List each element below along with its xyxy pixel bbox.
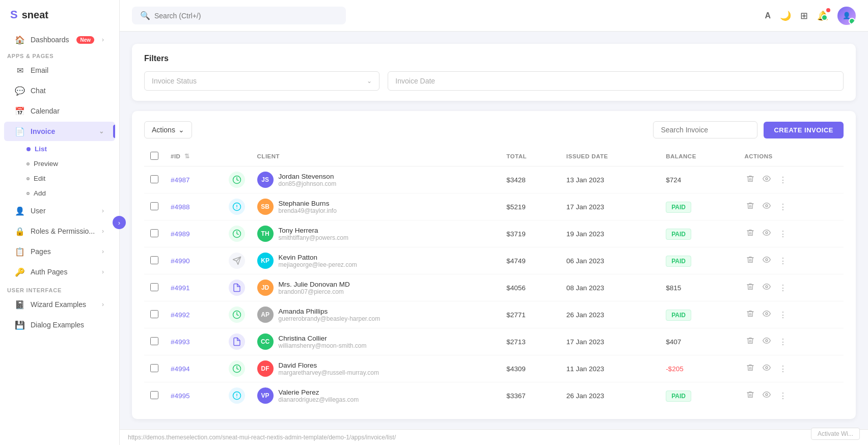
row-checkbox[interactable] xyxy=(150,175,158,183)
search-invoice-input[interactable] xyxy=(653,121,757,138)
view-button[interactable] xyxy=(761,363,773,375)
avatar[interactable]: 👤 xyxy=(837,7,856,25)
sidebar-item-roles[interactable]: 🔒 Roles & Permissio... › xyxy=(4,221,115,241)
view-button[interactable] xyxy=(761,282,773,294)
row-checkbox[interactable] xyxy=(150,283,158,291)
view-button[interactable] xyxy=(761,336,773,348)
delete-button[interactable] xyxy=(744,255,756,267)
invoice-id-link[interactable]: #4995 xyxy=(171,392,190,400)
sidebar-item-calendar[interactable]: 📅 Calendar xyxy=(4,101,115,121)
sort-icon[interactable]: ⇅ xyxy=(184,153,190,159)
row-checkbox[interactable] xyxy=(150,310,158,318)
invoice-id-link[interactable]: #4991 xyxy=(171,284,190,292)
invoice-id-link[interactable]: #4989 xyxy=(171,230,190,238)
delete-button[interactable] xyxy=(744,174,756,186)
row-checkbox-cell xyxy=(144,328,165,355)
client-name: David Flores xyxy=(279,361,379,369)
sidebar-item-wizard-examples[interactable]: 📓 Wizard Examples › xyxy=(4,295,115,314)
invoice-id-link[interactable]: #4994 xyxy=(171,365,190,373)
client-avatar: AP xyxy=(257,307,274,323)
view-button[interactable] xyxy=(761,228,773,240)
client-name: Amanda Phillips xyxy=(279,308,381,315)
client-avatar: JS xyxy=(257,172,274,188)
invoice-id-link[interactable]: #4987 xyxy=(171,176,190,184)
row-checkbox[interactable] xyxy=(150,229,158,237)
date-cell: 17 Jan 2023 xyxy=(560,328,660,355)
delete-button[interactable] xyxy=(744,201,756,213)
home-icon: 🏠 xyxy=(15,35,24,44)
more-button[interactable]: ⋮ xyxy=(777,282,789,294)
row-checkbox-cell xyxy=(144,382,165,409)
sidebar-item-pages[interactable]: 📋 Pages › xyxy=(4,242,115,261)
chevron-right-icon: › xyxy=(102,207,104,214)
select-all-checkbox[interactable] xyxy=(150,152,158,160)
sidebar-item-label: User xyxy=(31,207,46,215)
sidebar-item-dialog-examples[interactable]: 💾 Dialog Examples xyxy=(4,315,115,335)
view-button[interactable] xyxy=(761,174,773,186)
search-input[interactable] xyxy=(154,12,338,20)
total-cell: $3367 xyxy=(500,382,560,409)
id-col-header: #ID ⇅ xyxy=(165,147,223,166)
more-button[interactable]: ⋮ xyxy=(777,174,789,186)
more-button[interactable]: ⋮ xyxy=(777,390,789,402)
sidebar-toggle-button[interactable]: › xyxy=(113,216,126,229)
sidebar-sub-preview[interactable]: Preview xyxy=(26,156,119,171)
row-checkbox[interactable] xyxy=(150,202,158,210)
balance-value: $407 xyxy=(666,338,681,346)
table-row: #4987 JS Jordan Stevenson don85@johnson.… xyxy=(144,166,844,193)
row-actions-cell: ⋮ xyxy=(738,220,844,247)
paid-badge: PAID xyxy=(666,256,691,267)
more-button[interactable]: ⋮ xyxy=(777,201,789,213)
delete-button[interactable] xyxy=(744,309,756,321)
invoice-id-link[interactable]: #4988 xyxy=(171,203,190,211)
submenu-label: Edit xyxy=(34,175,45,182)
invoice-id-link[interactable]: #4990 xyxy=(171,257,190,265)
total-cell: $4056 xyxy=(500,274,560,301)
app-logo[interactable]: S sneat xyxy=(0,0,119,30)
actions-button[interactable]: Actions ⌄ xyxy=(144,121,192,138)
notification-icon[interactable]: 🔔 xyxy=(817,10,828,21)
view-button[interactable] xyxy=(761,201,773,213)
delete-button[interactable] xyxy=(744,336,756,348)
total-cell: $4749 xyxy=(500,247,560,274)
sidebar-item-dashboards[interactable]: 🏠 Dashboards New › xyxy=(4,30,115,49)
view-button[interactable] xyxy=(761,390,773,402)
delete-button[interactable] xyxy=(744,390,756,402)
view-button[interactable] xyxy=(761,309,773,321)
more-button[interactable]: ⋮ xyxy=(777,363,789,375)
sidebar-item-email[interactable]: ✉ Email xyxy=(4,61,115,80)
sidebar-item-invoice[interactable]: 📄 Invoice ⌄ xyxy=(4,122,115,141)
translate-icon[interactable]: A xyxy=(765,11,771,20)
global-search[interactable]: 🔍 xyxy=(132,7,346,24)
sidebar-sub-list[interactable]: List xyxy=(26,142,119,156)
create-invoice-button[interactable]: CREATE INVOICE xyxy=(764,122,844,138)
view-button[interactable] xyxy=(761,255,773,267)
row-checkbox[interactable] xyxy=(150,256,158,264)
delete-button[interactable] xyxy=(744,228,756,240)
dark-mode-icon[interactable]: 🌙 xyxy=(780,10,791,21)
grid-icon[interactable]: ⊞ xyxy=(800,10,808,21)
sidebar-item-user[interactable]: 👤 User › xyxy=(4,201,115,220)
balance-cell: $407 xyxy=(660,328,738,355)
sidebar-sub-edit[interactable]: Edit xyxy=(26,171,119,186)
invoice-table-body: #4987 JS Jordan Stevenson don85@johnson.… xyxy=(144,166,844,409)
row-checkbox[interactable] xyxy=(150,391,158,399)
invoice-id-link[interactable]: #4993 xyxy=(171,338,190,346)
dot-sm-icon xyxy=(26,177,30,180)
sidebar-sub-add[interactable]: Add xyxy=(26,186,119,201)
delete-button[interactable] xyxy=(744,282,756,294)
more-button[interactable]: ⋮ xyxy=(777,255,789,267)
more-button[interactable]: ⋮ xyxy=(777,228,789,240)
sidebar-item-chat[interactable]: 💬 Chat xyxy=(4,81,115,100)
more-button[interactable]: ⋮ xyxy=(777,336,789,348)
invoice-date-picker[interactable]: Invoice Date xyxy=(388,71,844,91)
row-checkbox[interactable] xyxy=(150,364,158,372)
invoice-status-select[interactable]: Invoice Status ⌄ xyxy=(144,71,379,91)
more-button[interactable]: ⋮ xyxy=(777,309,789,321)
table-row: #4993 CC Christina Collier williamshenry… xyxy=(144,328,844,355)
sidebar-item-auth-pages[interactable]: 🔑 Auth Pages › xyxy=(4,262,115,282)
invoice-icon: 📄 xyxy=(15,127,24,136)
delete-button[interactable] xyxy=(744,363,756,375)
invoice-id-link[interactable]: #4992 xyxy=(171,311,190,319)
row-checkbox[interactable] xyxy=(150,337,158,345)
